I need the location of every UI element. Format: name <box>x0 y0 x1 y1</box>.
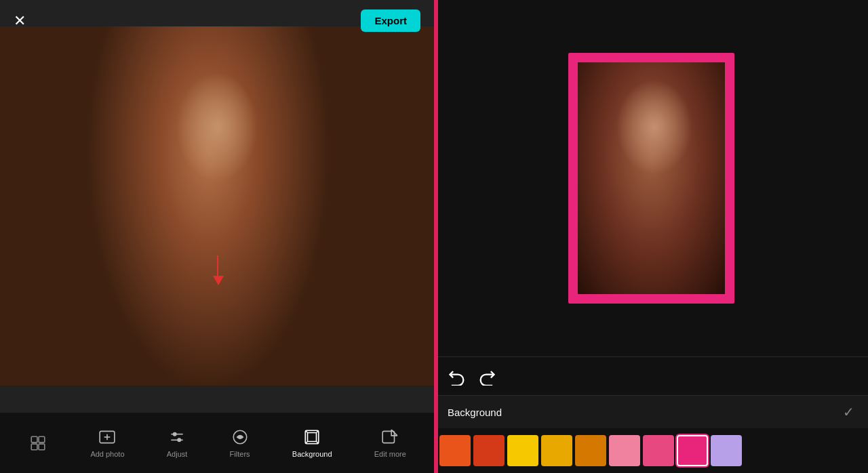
svg-rect-18 <box>382 431 394 443</box>
bottom-toolbar: Add photo Adjust Filters <box>0 412 434 473</box>
color-swatch-yellow[interactable] <box>507 435 538 466</box>
toolbar-item-background[interactable]: Background <box>292 428 332 458</box>
left-panel: ✕ Export <box>0 0 434 473</box>
edit-more-label: Edit more <box>374 450 406 458</box>
background-icon <box>302 428 321 447</box>
left-header: ✕ Export <box>0 0 434 41</box>
color-swatch-red-orange[interactable] <box>473 435 505 466</box>
svg-point-9 <box>174 433 176 436</box>
toolbar-item-filters[interactable]: Filters <box>230 428 250 458</box>
color-swatch-gold[interactable] <box>541 435 572 466</box>
toolbar-item-partial <box>28 434 48 453</box>
right-content <box>434 0 868 356</box>
undo-redo-row <box>434 357 868 395</box>
svg-rect-13 <box>308 433 317 442</box>
close-button[interactable]: ✕ <box>14 14 26 28</box>
export-button[interactable]: Export <box>361 9 420 32</box>
color-swatch-amber[interactable] <box>575 435 606 466</box>
checkmark-icon[interactable]: ✓ <box>843 404 854 420</box>
background-section-label: Background <box>448 407 502 418</box>
edit-more-icon <box>380 428 399 447</box>
partial-icon <box>28 434 47 453</box>
accent-bar <box>434 0 438 473</box>
arrow-indicator <box>210 255 224 285</box>
svg-rect-2 <box>31 444 37 450</box>
toolbar-item-add-photo[interactable]: Add photo <box>90 428 124 458</box>
adjust-icon <box>167 428 186 447</box>
bottom-controls: Background ✓ <box>434 356 868 473</box>
color-swatch-light-pink[interactable] <box>609 435 640 466</box>
redo-button[interactable] <box>477 367 496 386</box>
svg-rect-3 <box>39 444 45 450</box>
background-section-row: Background ✓ <box>434 395 868 428</box>
filters-icon <box>231 428 250 447</box>
color-swatch-hot-pink[interactable] <box>677 435 708 466</box>
color-swatch-orange[interactable] <box>439 435 471 466</box>
add-photo-label: Add photo <box>90 450 124 458</box>
svg-point-10 <box>178 438 180 441</box>
photo-container <box>0 0 434 412</box>
background-label: Background <box>292 450 332 458</box>
toolbar-item-edit-more[interactable]: Edit more <box>374 428 406 458</box>
photo-placeholder <box>0 26 434 386</box>
filters-label: Filters <box>230 450 250 458</box>
color-swatch-lavender[interactable] <box>711 435 742 466</box>
toolbar-item-adjust[interactable]: Adjust <box>167 428 188 458</box>
svg-rect-0 <box>31 436 37 443</box>
color-swatch-pink[interactable] <box>643 435 674 466</box>
inner-image <box>578 62 725 294</box>
bordered-image <box>568 53 734 304</box>
undo-button[interactable] <box>448 367 467 386</box>
color-swatches-row <box>434 428 868 473</box>
face-portrait <box>0 26 434 386</box>
svg-rect-1 <box>39 436 45 443</box>
add-photo-icon <box>98 428 117 447</box>
right-panel: Background ✓ <box>434 0 868 473</box>
adjust-label: Adjust <box>167 450 188 458</box>
inner-face-portrait <box>578 62 725 294</box>
